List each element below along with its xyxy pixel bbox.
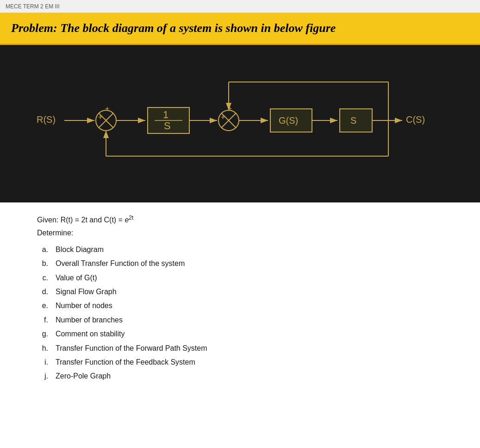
block-s-label: S <box>350 115 356 126</box>
cs-label: C(S) <box>406 114 425 125</box>
list-text: Number of nodes <box>56 299 112 313</box>
list-letter: g. <box>37 327 48 341</box>
determine-line: Determine: <box>37 229 443 237</box>
block-diagram-svg: R(S) + + 1 S <box>23 59 458 179</box>
list-letter: d. <box>37 285 48 299</box>
diagram-container: Problem: The block diagram of a system i… <box>0 13 480 202</box>
list-item: h. Transfer Function of the Forward Path… <box>37 341 443 355</box>
list-text: Value of G(t) <box>56 271 97 285</box>
top-bar: MECE TERM 2 EM III <box>0 0 480 13</box>
list-letter: j. <box>37 369 48 383</box>
list-text: Block Diagram <box>56 243 104 257</box>
sum2-plus-left: + <box>221 113 225 121</box>
block-gs-label: G(S) <box>279 115 298 126</box>
list-item: e. Number of nodes <box>37 299 443 313</box>
list-text: Overall Transfer Function of the system <box>56 257 185 271</box>
page-container: MECE TERM 2 EM III Problem: The block di… <box>0 0 480 448</box>
list-text: Zero-Pole Graph <box>56 369 111 383</box>
list-letter: b. <box>37 257 48 271</box>
top-bar-text: MECE TERM 2 EM III <box>6 3 59 10</box>
list-text: Transfer Function of the Feedback System <box>56 355 195 369</box>
block-1-s-den: S <box>164 120 171 132</box>
list-text: Comment on stability <box>56 327 125 341</box>
list-letter: h. <box>37 341 48 355</box>
block-1-s-num: 1 <box>163 109 168 120</box>
exponent: 2t <box>129 215 133 221</box>
list-item: d. Signal Flow Graph <box>37 285 443 299</box>
sum1-plus-top: + <box>105 105 109 113</box>
list-item: j. Zero-Pole Graph <box>37 369 443 383</box>
list-item: b. Overall Transfer Function of the syst… <box>37 257 443 271</box>
block-diagram-area: R(S) + + 1 S <box>0 45 480 202</box>
list-letter: i. <box>37 355 48 369</box>
list-letter: e. <box>37 299 48 313</box>
list-item: f. Number of branches <box>37 313 443 327</box>
sum1-plus-left: + <box>98 113 102 121</box>
list-letter: a. <box>37 243 48 257</box>
rs-label: R(S) <box>37 114 56 125</box>
list-text: Number of branches <box>56 313 123 327</box>
determine-list: a. Block Diagram b. Overall Transfer Fun… <box>37 243 443 384</box>
list-item: i. Transfer Function of the Feedback Sys… <box>37 355 443 369</box>
list-letter: f. <box>37 313 48 327</box>
problem-header: Problem: The block diagram of a system i… <box>0 13 480 45</box>
list-letter: c. <box>37 271 48 285</box>
list-item: c. Value of G(t) <box>37 271 443 285</box>
given-line: Given: R(t) = 2t and C(t) = e2t <box>37 214 443 226</box>
content-area: Given: R(t) = 2t and C(t) = e2t Determin… <box>0 202 480 398</box>
list-item: g. Comment on stability <box>37 327 443 341</box>
list-text: Signal Flow Graph <box>56 285 117 299</box>
list-item: a. Block Diagram <box>37 243 443 257</box>
list-text: Transfer Function of the Forward Path Sy… <box>56 341 207 355</box>
